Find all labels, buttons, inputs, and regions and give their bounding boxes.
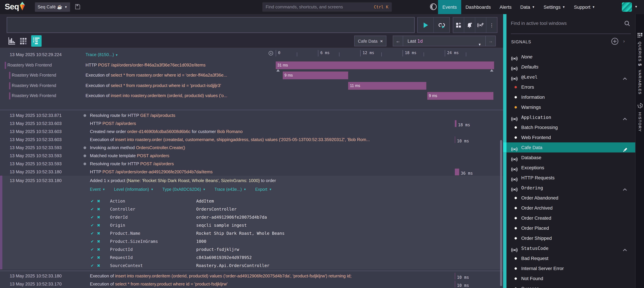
range-field[interactable]: Last 1d ▼ <box>403 36 486 46</box>
user-avatar[interactable] <box>622 2 632 12</box>
add-alert-button[interactable] <box>464 18 475 33</box>
include-property-icon[interactable]: ✔ <box>90 221 94 229</box>
signal-item[interactable]: None <box>506 52 635 62</box>
add-signal-plus-icon[interactable] <box>611 38 618 45</box>
tool-tab-queries[interactable]: QUERIES <box>636 33 644 62</box>
nav-dashboards[interactable]: Dashboards <box>461 0 495 14</box>
overflow-menu-button[interactable]: ⋮ <box>486 18 497 33</box>
command-search-input[interactable]: Find commands, shortcuts, and screens Ct… <box>262 2 392 12</box>
signal-item[interactable]: Order Shipped <box>506 233 635 243</box>
add-to-dashboard-button[interactable] <box>453 18 464 33</box>
span-duration-bar[interactable]: 11 ms <box>348 82 426 89</box>
event-row[interactable]: 13 May 2025 10:52:33.180Execution of ins… <box>0 272 503 280</box>
exclude-property-icon[interactable]: ✖ <box>97 221 100 229</box>
event-row[interactable]: 13 May 2025 10:52:33.593Invoking action … <box>0 144 503 152</box>
include-property-icon[interactable]: ✔ <box>90 197 94 205</box>
expanded-event[interactable]: 13 May 2025 10:52:33.180Added 1 x produc… <box>0 176 503 269</box>
workspace-selector[interactable]: Seq Café ☕▼ <box>35 2 70 12</box>
tail-stream-button[interactable] <box>433 18 450 33</box>
event-row[interactable]: 13 May 2025 10:52:33.170Execution of sel… <box>0 280 503 288</box>
tool-tab-history[interactable]: HISTORY <box>636 103 644 132</box>
trace-title[interactable]: Trace (8150...) ▼ <box>86 50 118 60</box>
grid-view-icon[interactable] <box>20 38 26 44</box>
signal-item[interactable]: Defaults <box>506 62 635 72</box>
events-scrollbar[interactable] <box>500 140 502 286</box>
include-property-icon[interactable]: ✔ <box>90 245 94 254</box>
event-menu-export[interactable]: Export▼ <box>255 187 272 192</box>
exclude-property-icon[interactable]: ✖ <box>97 229 100 237</box>
events-view-button[interactable] <box>31 35 42 47</box>
exclude-property-icon[interactable]: ✖ <box>97 205 100 213</box>
exclude-property-icon[interactable]: ✖ <box>97 197 100 205</box>
signal-item[interactable]: Success <box>506 283 635 288</box>
exclude-property-icon[interactable]: ✖ <box>97 254 100 262</box>
tool-tab-variables[interactable]: $VARIABLES <box>636 61 644 95</box>
signal-item[interactable]: Web Frontend <box>506 132 635 142</box>
event-row[interactable]: 13 May 2025 10:52:33.593Matched route te… <box>0 152 503 160</box>
event-row[interactable]: 13 May 2025 10:52:33.871Resolving route … <box>0 111 503 119</box>
nav-alerts[interactable]: Alerts <box>495 0 516 14</box>
event-menu-level[interactable]: Level (Information)▼ <box>114 187 154 192</box>
trace-header-row[interactable]: 13 May 2025 10:52:29.224Trace (8150...) … <box>0 50 272 60</box>
signal-item[interactable]: Ordering <box>506 183 635 193</box>
exclude-property-icon[interactable]: ✖ <box>97 213 100 221</box>
nav-events[interactable]: Events <box>438 0 461 14</box>
signal-item[interactable]: Order Created <box>506 213 635 223</box>
signal-item[interactable]: Warnings <box>506 102 635 112</box>
signal-item[interactable]: Exceptions <box>506 163 635 173</box>
exclude-property-icon[interactable]: ✖ <box>97 245 100 254</box>
range-forward-button[interactable]: → <box>486 36 496 46</box>
signal-filter-chip[interactable]: Cafe Data × <box>354 36 386 46</box>
signal-item[interactable]: Bad Request <box>506 253 635 263</box>
signal-item[interactable]: StatusCode <box>506 243 635 253</box>
include-property-icon[interactable]: ✔ <box>90 205 94 213</box>
exclude-property-icon[interactable]: ✖ <box>97 262 100 270</box>
signal-item[interactable]: Order Archived <box>506 203 635 213</box>
run-query-button[interactable] <box>418 18 433 33</box>
nav-data[interactable]: Data▼ <box>516 0 539 14</box>
event-row[interactable]: 13 May 2025 10:52:33.603HTTP POST /api/o… <box>0 119 503 128</box>
span-duration-bar[interactable]: 9 ms <box>283 72 348 79</box>
signal-item[interactable]: Errors <box>506 82 635 92</box>
exclude-property-icon[interactable]: ✖ <box>97 237 100 245</box>
trace-row[interactable]: Roastery Web FrontendExecution of select… <box>0 70 503 80</box>
query-input[interactable] <box>7 17 414 33</box>
event-row[interactable]: 13 May 2025 10:52:33.603Execution of ins… <box>0 136 503 144</box>
trace-row[interactable]: Roastery Web FrontendExecution of select… <box>0 80 503 91</box>
add-signal-button[interactable] <box>475 18 486 33</box>
event-row[interactable]: 13 May 2025 10:52:33.603Created new orde… <box>0 128 503 136</box>
nav-settings[interactable]: Settings▼ <box>539 0 570 14</box>
event-menu-trace[interactable]: Trace (e43e...)▼ <box>214 187 246 192</box>
tool-window-search[interactable]: Find in active tool windows <box>506 19 635 29</box>
signal-item[interactable]: Batch Processing <box>506 122 635 132</box>
trace-row[interactable]: Roastery Web FrontendExecution of insert… <box>0 91 503 101</box>
include-property-icon[interactable]: ✔ <box>90 213 94 221</box>
signal-item[interactable]: HTTP Requests <box>506 173 635 183</box>
signal-item[interactable]: @Level <box>506 72 635 82</box>
signal-item[interactable]: Information <box>506 92 635 102</box>
signal-item[interactable]: Not Found <box>506 273 635 283</box>
signal-item[interactable]: Internal Server Error <box>506 263 635 273</box>
include-property-icon[interactable]: ✔ <box>90 237 94 245</box>
signal-item[interactable]: Application <box>506 112 635 122</box>
span-duration-bar[interactable]: 31 ms <box>276 61 494 69</box>
signal-item[interactable]: Cafe Data <box>506 142 635 153</box>
range-back-button[interactable]: ← <box>393 36 403 46</box>
event-menu-type[interactable]: Type (0xA8DC62D6)▼ <box>162 187 206 192</box>
signal-item[interactable]: Order Abandoned <box>506 193 635 203</box>
trace-row[interactable]: Roastery Web FrontendHTTP POST /api/orde… <box>0 60 503 70</box>
collapse-panel-chevron-icon[interactable]: › <box>623 38 625 44</box>
span-duration-bar[interactable]: 9 ms <box>427 92 494 100</box>
event-row[interactable]: 13 May 2025 10:52:33.180HTTP POST /api/o… <box>0 168 503 176</box>
signal-item[interactable]: Database <box>506 153 635 163</box>
remove-filter-icon[interactable]: × <box>380 39 383 44</box>
user-menu-chevron-icon[interactable]: ▼ <box>634 5 638 9</box>
histogram-view-icon[interactable] <box>8 37 16 45</box>
signal-item[interactable]: Order Placed <box>506 223 635 233</box>
save-icon[interactable] <box>75 4 80 10</box>
event-row[interactable]: 13 May 2025 10:52:33.593Resolving route … <box>0 160 503 168</box>
event-menu-event[interactable]: Event▼ <box>90 187 105 192</box>
nav-support[interactable]: Support▼ <box>570 0 600 14</box>
include-property-icon[interactable]: ✔ <box>90 262 94 270</box>
panel-divider[interactable] <box>503 14 506 288</box>
